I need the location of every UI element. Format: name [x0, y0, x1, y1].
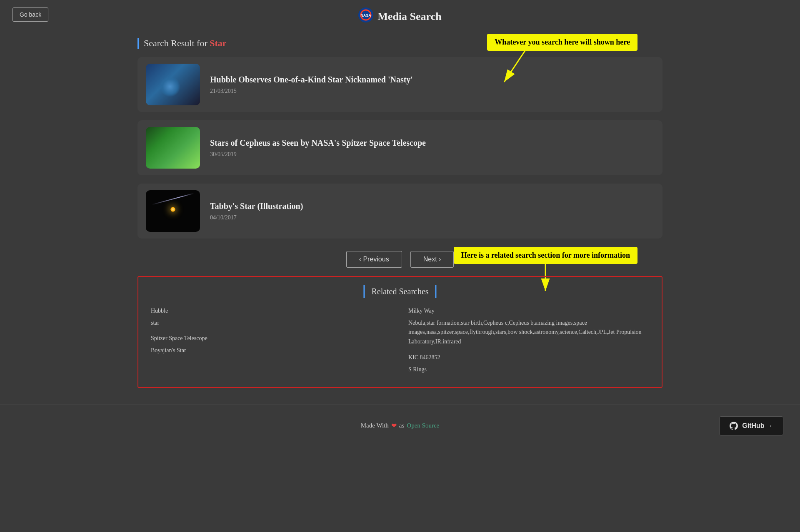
- search-result-title: Search Result for Star: [138, 38, 227, 49]
- main-content: Search Result for Star Whatever you sear…: [121, 38, 679, 388]
- footer-text: Made With ❤ as Open Source: [361, 422, 439, 430]
- result-date: 04/10/2017: [210, 214, 654, 221]
- made-with-label: Made With: [361, 422, 389, 429]
- related-item[interactable]: Hubble: [151, 306, 392, 315]
- app-title: NASA Media Search: [358, 7, 441, 25]
- annotation-callout-box: Whatever you search here will shown here: [487, 34, 638, 51]
- related-searches-columns: Hubble star Spitzer Space Telescope Boya…: [151, 306, 649, 377]
- result-thumbnail: [146, 127, 200, 169]
- svg-line-4: [504, 51, 525, 82]
- github-icon: [730, 422, 738, 430]
- result-info: Stars of Cepheus as Seen by NASA's Spitz…: [210, 138, 654, 158]
- result-thumbnail: [146, 190, 200, 232]
- results-list: Hubble Observes One-of-a-Kind Star Nickn…: [138, 57, 662, 239]
- previous-button[interactable]: ‹ Previous: [346, 251, 402, 268]
- header: Go back NASA Media Search: [0, 0, 800, 30]
- heart-icon: ❤: [391, 422, 397, 430]
- related-item[interactable]: Nebula,star formation,star birth,Cepheus…: [408, 318, 649, 346]
- related-item[interactable]: KIC 8462852: [408, 353, 649, 362]
- pagination-wrapper: Here is a related search section for mor…: [138, 251, 662, 268]
- result-info: Tabby's Star (Illustration) 04/10/2017: [210, 201, 654, 221]
- related-item[interactable]: Boyajian's Star: [151, 346, 392, 355]
- go-back-button[interactable]: Go back: [12, 7, 48, 22]
- result-thumbnail: [146, 64, 200, 105]
- related-item[interactable]: S Rings: [408, 365, 649, 374]
- pagination: ‹ Previous Next ›: [138, 251, 662, 268]
- nasa-logo-icon: NASA: [358, 7, 373, 25]
- related-searches-section: Related Searches Hubble star Spitzer Spa…: [138, 276, 662, 388]
- annotation-callout-wrapper: Whatever you search here will shown here: [487, 34, 638, 84]
- result-card[interactable]: Stars of Cepheus as Seen by NASA's Spitz…: [138, 120, 662, 175]
- next-button[interactable]: Next ›: [410, 251, 454, 268]
- related-searches-right: Milky Way Nebula,star formation,star bir…: [408, 306, 649, 377]
- related-searches-left: Hubble star Spitzer Space Telescope Boya…: [151, 306, 392, 377]
- annotation-arrow-svg: [500, 51, 567, 84]
- related-item[interactable]: Spitzer Space Telescope: [151, 334, 392, 343]
- as-label: as: [399, 422, 405, 429]
- result-date: 21/03/2015: [210, 88, 654, 94]
- related-searches-title: Related Searches: [363, 285, 436, 298]
- github-label: GitHub →: [742, 422, 773, 430]
- result-title: Tabby's Star (Illustration): [210, 201, 654, 211]
- search-result-header-wrapper: Search Result for Star Whatever you sear…: [138, 38, 662, 49]
- github-button[interactable]: GitHub →: [719, 416, 783, 435]
- svg-text:NASA: NASA: [361, 13, 372, 17]
- open-source-link[interactable]: Open Source: [407, 422, 439, 429]
- result-title: Stars of Cepheus as Seen by NASA's Spitz…: [210, 138, 654, 148]
- footer: Made With ❤ as Open Source GitHub →: [0, 413, 800, 438]
- result-card[interactable]: Tabby's Star (Illustration) 04/10/2017: [138, 184, 662, 239]
- result-date: 30/05/2019: [210, 151, 654, 158]
- related-item[interactable]: star: [151, 318, 392, 327]
- related-item[interactable]: Milky Way: [408, 306, 649, 315]
